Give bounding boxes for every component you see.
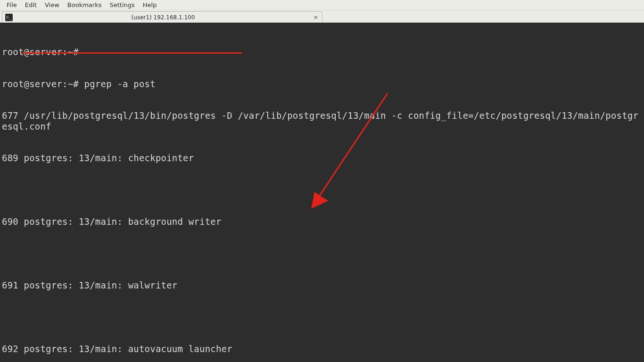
- tab-title: (user1) 192.168.1.100: [17, 14, 322, 21]
- terminal-pane[interactable]: root@server:~# root@server:~# pgrep -a p…: [0, 23, 644, 362]
- terminal-tab[interactable]: >_ (user1) 192.168.1.100 ×: [2, 11, 322, 23]
- tab-close-button[interactable]: ×: [313, 14, 319, 20]
- menu-bookmarks[interactable]: Bookmarks: [64, 0, 105, 9]
- terminal-icon-glyph: >_: [6, 15, 12, 20]
- menu-help[interactable]: Help: [140, 0, 160, 9]
- terminal-line: 689 postgres: 13/main: checkpointer: [2, 153, 644, 164]
- annotation-underline: [22, 52, 242, 54]
- terminal-line: 691 postgres: 13/main: walwriter: [2, 280, 644, 291]
- terminal-line: 690 postgres: 13/main: background writer: [2, 216, 644, 227]
- menu-settings[interactable]: Settings: [106, 0, 138, 9]
- terminal-line: root@server:~# pgrep -a post: [2, 79, 644, 90]
- menu-bar: File Edit View Bookmarks Settings Help: [0, 0, 644, 10]
- terminal-line: 677 /usr/lib/postgresql/13/bin/postgres …: [2, 110, 642, 132]
- terminal-icon: >_: [5, 14, 13, 21]
- tab-bar: >_ (user1) 192.168.1.100 ×: [0, 10, 644, 23]
- terminal-line: 692 postgres: 13/main: autovacuum launch…: [2, 344, 644, 354]
- menu-file[interactable]: File: [3, 0, 20, 9]
- menu-edit[interactable]: Edit: [22, 0, 40, 9]
- close-icon: ×: [314, 14, 319, 21]
- svg-line-0: [320, 93, 388, 196]
- menu-view[interactable]: View: [41, 0, 63, 9]
